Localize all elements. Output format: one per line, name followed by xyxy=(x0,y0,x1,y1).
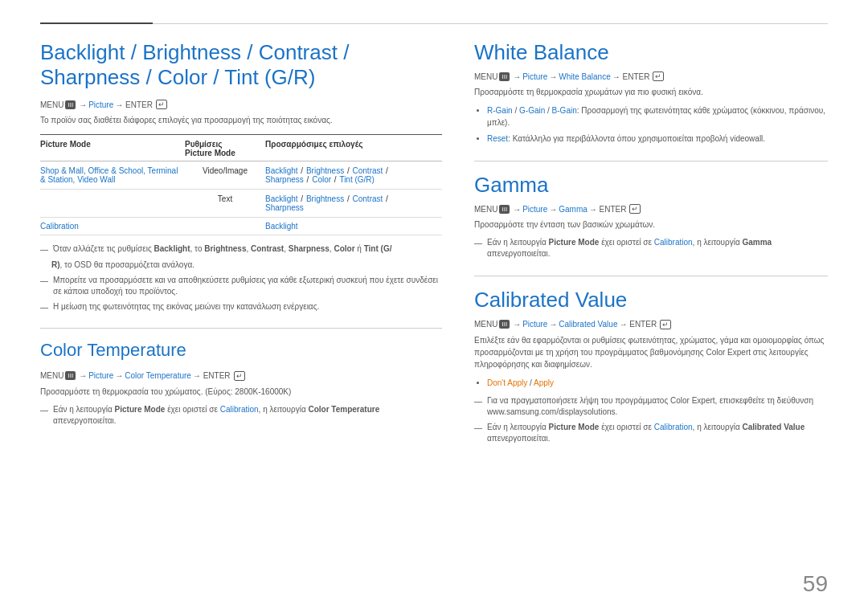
arrow1: → xyxy=(79,100,87,109)
wb-body: Προσαρμόστε τη θερμοκρασία χρωμάτων για … xyxy=(474,86,828,98)
color-temp-divider xyxy=(40,328,442,329)
arrow2: → ENTER xyxy=(115,100,153,109)
table-row: Shop & Mall, Office & School, Terminal &… xyxy=(40,161,442,190)
menu-icon3: III xyxy=(499,72,510,81)
enter-icon4: ↵ xyxy=(629,204,641,214)
enter-icon3: ↵ xyxy=(653,72,664,81)
menu-keyword: MENU xyxy=(40,100,63,109)
gamma-menu-path: MENU III → Picture → Gamma → ENTER ↵ xyxy=(474,204,828,214)
row1-col1: Shop & Mall, Office & School, Terminal &… xyxy=(40,166,185,184)
color-temp-menu-path: MENU III → Picture → Color Temperature →… xyxy=(40,371,442,381)
wb-bullets: R-Gain / G-Gain / B-Gain: Προσαρμογή της… xyxy=(487,104,828,145)
note-item: R), το OSD θα προσαρμόζεται ανάλογα. xyxy=(40,260,442,271)
menu-icon5: III xyxy=(499,320,510,329)
enter-icon5: ↵ xyxy=(660,320,671,329)
row3-col3: Backlight xyxy=(265,222,298,231)
row1-col2: Video/Image xyxy=(185,166,265,184)
cv-menu-path: MENU III → Picture → Calibrated Value → … xyxy=(474,320,828,329)
bullet-item: Reset: Κατάλληλο για περιβάλλοντα όπου χ… xyxy=(487,133,828,145)
wb-menu-path: MENU III → Picture → White Balance → ENT… xyxy=(474,72,828,81)
main-notes: — Όταν αλλάζετε τις ρυθμίσεις Backlight,… xyxy=(40,243,442,313)
arrow4: → xyxy=(115,371,123,380)
menu-keyword2: MENU xyxy=(40,371,63,380)
table-header: Picture Mode ΡυθμίσειςPicture Mode Προσα… xyxy=(40,135,442,161)
color-temp-note: — Εάν η λειτουργία Picture Mode έχει ορι… xyxy=(40,404,442,427)
white-balance-title: White Balance xyxy=(474,40,828,65)
arrow3: → xyxy=(79,371,87,380)
page-number: 59 xyxy=(803,571,828,597)
picture-link2: Picture xyxy=(88,371,113,380)
menu-icon2: III xyxy=(65,371,76,380)
gamma-title: Gamma xyxy=(474,173,828,198)
col1-header: Picture Mode xyxy=(40,140,185,157)
cv-note1: — Για να πραγματοποιήσετε λήψη του προγρ… xyxy=(474,395,828,418)
cv-body: Επιλέξτε εάν θα εφαρμόζονται οι ρυθμίσει… xyxy=(474,334,828,370)
main-menu-path: MENU III → Picture → ENTER ↵ xyxy=(40,100,442,109)
cv-note2: — Εάν η λειτουργία Picture Mode έχει ορι… xyxy=(474,422,828,444)
note-item: — Μπορείτε να προσαρμόσετε και να αποθηκ… xyxy=(40,275,442,297)
top-decorative-line xyxy=(40,22,828,24)
menu-icon4: III xyxy=(499,205,510,214)
note-item: — Όταν αλλάζετε τις ρυθμίσεις Backlight,… xyxy=(40,243,442,255)
white-balance-section: White Balance MENU III → Picture → White… xyxy=(474,40,828,145)
calibrated-value-title: Calibrated Value xyxy=(474,288,828,313)
picture-mode-table: Picture Mode ΡυθμίσειςPicture Mode Προσα… xyxy=(40,134,442,235)
col3-header: Προσαρμόσιμες επιλογές xyxy=(265,140,442,157)
left-column: Backlight / Brightness / Contrast / Shar… xyxy=(40,24,442,589)
right-column: White Balance MENU III → Picture → White… xyxy=(474,24,828,589)
calibrated-value-section: Calibrated Value MENU III → Picture → Ca… xyxy=(474,276,828,443)
color-temp-link: Color Temperature xyxy=(125,371,191,380)
col2-header: ΡυθμίσειςPicture Mode xyxy=(185,140,265,157)
main-section-title: Backlight / Brightness / Contrast / Shar… xyxy=(40,40,442,90)
table-row: Calibration Backlight xyxy=(40,218,442,235)
color-temp-title: Color Temperature xyxy=(40,340,442,361)
table-row: Text Backlight / Brightness / Contrast /… xyxy=(40,190,442,218)
row1-col3: Backlight / Brightness / Contrast / Shar… xyxy=(265,166,442,184)
menu-icon: III xyxy=(65,100,76,109)
note-item: — Η μείωση της φωτεινότητας της εικόνας … xyxy=(40,301,442,313)
row3-col1: Calibration xyxy=(40,222,185,231)
row2-col2: Text xyxy=(185,194,265,212)
gamma-body: Προσαρμόστε την ένταση των βασικών χρωμά… xyxy=(474,219,828,231)
row2-col3: Backlight / Brightness / Contrast / Shar… xyxy=(265,194,442,212)
color-temp-body: Προσαρμόστε τη θερμοκρασία του χρώματος.… xyxy=(40,386,442,398)
intro-text: Το προϊόν σας διαθέτει διάφορες επιλογές… xyxy=(40,114,442,126)
cv-bullets: Don't Apply / Apply xyxy=(487,377,828,389)
picture-link: Picture xyxy=(88,100,113,109)
gamma-note: — Εάν η λειτουργία Picture Mode έχει ορι… xyxy=(474,237,828,260)
row2-col1 xyxy=(40,194,185,212)
enter-icon2: ↵ xyxy=(234,371,245,381)
arrow5: → ENTER xyxy=(193,371,231,380)
bullet-item: R-Gain / G-Gain / B-Gain: Προσαρμογή της… xyxy=(487,104,828,129)
bullet-item: Don't Apply / Apply xyxy=(487,377,828,389)
menu-kw3: MENU xyxy=(474,72,497,81)
gamma-section: Gamma MENU III → Picture → Gamma → ENTER… xyxy=(474,161,828,260)
enter-icon: ↵ xyxy=(156,100,167,109)
